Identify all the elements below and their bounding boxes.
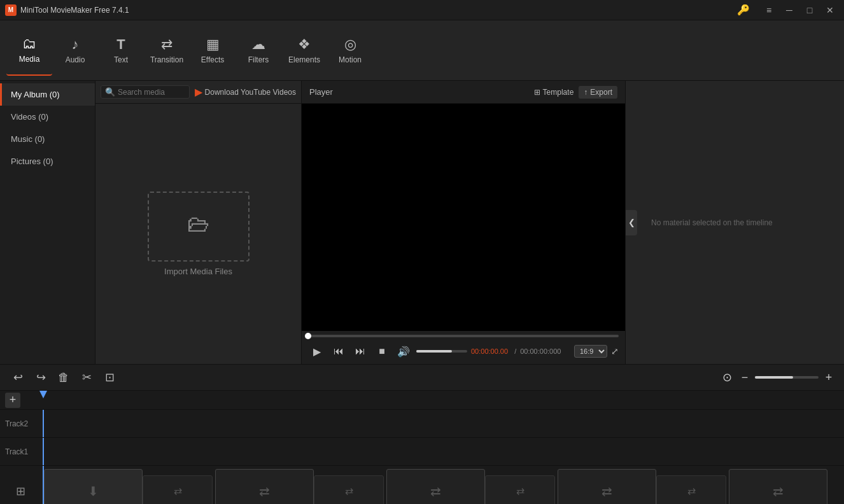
maximize-button[interactable]: □ <box>801 4 819 17</box>
right-panel: ❮ No material selected on the timeline <box>626 81 844 364</box>
audio-icon: ♪ <box>72 36 79 53</box>
tab-elements[interactable]: ❖ Elements <box>281 25 327 76</box>
clip-5-icon: ⇄ <box>773 484 784 499</box>
search-icon: 🔍 <box>105 87 115 97</box>
transition-2-icon: ⇄ <box>345 485 353 497</box>
clip-block-4[interactable]: ⇄ <box>558 469 656 505</box>
template-button[interactable]: ⊞ Template <box>534 86 574 99</box>
player: Player ⊞ Template ↑ Export ▶ ⏮ ⏭ <box>301 81 626 364</box>
search-input[interactable] <box>118 88 185 97</box>
sidebar-item-music[interactable]: Music (0) <box>0 128 95 150</box>
tab-text[interactable]: T Text <box>98 25 144 76</box>
player-header: Player ⊞ Template ↑ Export <box>302 81 625 104</box>
timeline-tracks: Track2 Track1 ⊞ ⬇ <box>0 410 844 504</box>
collapse-button[interactable]: ❮ <box>626 210 637 235</box>
tab-effects[interactable]: ▦ Effects <box>190 25 236 76</box>
export-button[interactable]: ↑ Export <box>579 86 617 99</box>
prev-frame-button[interactable]: ⏮ <box>330 342 348 360</box>
tab-media[interactable]: 🗂 Media <box>6 25 52 76</box>
import-media-box[interactable]: 🗁 <box>148 192 250 262</box>
controls-row: ▶ ⏮ ⏭ ■ 🔊 00:00:00.00 / 00:00:00:000 16:… <box>308 342 619 360</box>
transition-3-icon: ⇄ <box>516 485 524 497</box>
cursor-head <box>39 391 47 398</box>
sidebar-item-music-label: Music (0) <box>11 134 45 144</box>
transition-block-2[interactable]: ⇄ <box>314 475 384 505</box>
volume-button[interactable]: 🔊 <box>395 342 412 360</box>
redo-button[interactable]: ↪ <box>31 367 51 388</box>
aspect-ratio-select[interactable]: 16:9 4:3 1:1 9:16 <box>574 345 607 358</box>
track-2-label: Track2 <box>0 410 41 437</box>
crop-button[interactable]: ⊡ <box>99 367 120 388</box>
transition-block-1[interactable]: ⇄ <box>143 475 213 505</box>
tab-filters[interactable]: ☁ Filters <box>236 25 281 76</box>
tab-transition[interactable]: ⇄ Transition <box>144 25 190 76</box>
cut-button[interactable]: ✂ <box>76 367 97 388</box>
sidebar-item-my-album[interactable]: My Album (0) <box>0 83 95 106</box>
search-box[interactable]: 🔍 <box>101 85 190 99</box>
media-content: 🗁 Import Media Files <box>95 104 301 364</box>
clip-1-download-icon: ⬇ <box>88 484 99 499</box>
window-controls: ≡ ─ □ ✕ <box>760 4 839 17</box>
delete-button[interactable]: 🗑 <box>53 367 74 388</box>
player-header-buttons: ⊞ Template ↑ Export <box>534 86 617 99</box>
sidebar-item-videos-label: Videos (0) <box>11 112 48 122</box>
zoom-minus-button[interactable]: − <box>737 370 752 385</box>
clip-2-icon: ⇄ <box>259 484 270 499</box>
player-controls: ▶ ⏮ ⏭ ■ 🔊 00:00:00.00 / 00:00:00:000 16:… <box>302 331 625 364</box>
filters-icon: ☁ <box>251 36 265 53</box>
clip-block-3[interactable]: ⇄ <box>386 469 485 505</box>
player-title: Player <box>309 87 333 97</box>
zoom-out-button[interactable]: ⊙ <box>719 370 735 385</box>
main-area: My Album (0) Videos (0) Music (0) Pictur… <box>0 81 844 364</box>
transition-block-3[interactable]: ⇄ <box>485 475 555 505</box>
zoom-fill <box>755 376 793 379</box>
minimize-button[interactable]: ─ <box>780 4 798 17</box>
progress-bar[interactable] <box>308 335 619 337</box>
app-icon: M <box>5 4 17 16</box>
add-track-button[interactable]: + <box>5 393 20 408</box>
clip-block-2[interactable]: ⇄ <box>215 469 314 505</box>
clip-3-icon: ⇄ <box>430 484 441 499</box>
transition-4-icon: ⇄ <box>687 485 696 497</box>
folder-icon: 🗁 <box>187 211 210 237</box>
fullscreen-button[interactable]: ⤢ <box>611 346 619 356</box>
transition-1-icon: ⇄ <box>174 485 182 497</box>
youtube-icon: ▶ <box>195 86 202 98</box>
track-2-content[interactable] <box>41 410 844 437</box>
play-button[interactable]: ▶ <box>308 342 326 360</box>
key-icon[interactable]: 🔑 <box>737 4 750 16</box>
volume-slider[interactable] <box>416 350 467 353</box>
transition-block-4[interactable]: ⇄ <box>656 475 726 505</box>
clip-block-1[interactable]: ⬇ <box>44 469 143 505</box>
no-material-text: No material selected on the timeline <box>651 218 773 227</box>
time-total: 00:00:00:000 <box>520 347 561 355</box>
sidebar-item-videos[interactable]: Videos (0) <box>0 106 95 128</box>
export-label: Export <box>590 88 612 97</box>
stop-button[interactable]: ■ <box>373 342 391 360</box>
youtube-download-button[interactable]: ▶ Download YouTube Videos <box>195 86 296 98</box>
zoom-slider[interactable] <box>755 376 819 379</box>
bottom-toolbar: ↩ ↪ 🗑 ✂ ⊡ ⊙ − + <box>0 364 844 391</box>
main-track: ⊞ ⬇ ⇄ ⇄ ⇄ ⇄ ⇄ <box>0 466 844 504</box>
zoom-plus-button[interactable]: + <box>821 370 836 385</box>
sidebar-item-pictures[interactable]: Pictures (0) <box>0 150 95 172</box>
media-panel: 🔍 ▶ Download YouTube Videos 🗁 Import Med… <box>95 81 301 364</box>
toolbar: 🗂 Media ♪ Audio T Text ⇄ Transition ▦ Ef… <box>0 20 844 81</box>
tab-transition-label: Transition <box>150 55 183 64</box>
youtube-download-label: Download YouTube Videos <box>205 88 296 97</box>
track-1-content[interactable] <box>41 438 844 465</box>
tab-audio[interactable]: ♪ Audio <box>52 25 98 76</box>
menu-button[interactable]: ≡ <box>760 4 778 17</box>
tab-motion[interactable]: ◎ Motion <box>327 25 373 76</box>
close-button[interactable]: ✕ <box>821 4 839 17</box>
clip-block-5[interactable]: ⇄ <box>729 469 827 505</box>
export-icon: ↑ <box>584 88 587 97</box>
video-area <box>302 104 625 331</box>
motion-icon: ◎ <box>344 36 356 53</box>
main-track-content[interactable]: ⬇ ⇄ ⇄ ⇄ ⇄ ⇄ ⇄ <box>41 466 844 504</box>
undo-button[interactable]: ↩ <box>8 367 28 388</box>
tab-effects-label: Effects <box>201 55 224 64</box>
next-frame-button[interactable]: ⏭ <box>351 342 369 360</box>
titlebar: M MiniTool MovieMaker Free 7.4.1 🔑 ≡ ─ □… <box>0 0 844 20</box>
volume-fill <box>416 350 452 353</box>
